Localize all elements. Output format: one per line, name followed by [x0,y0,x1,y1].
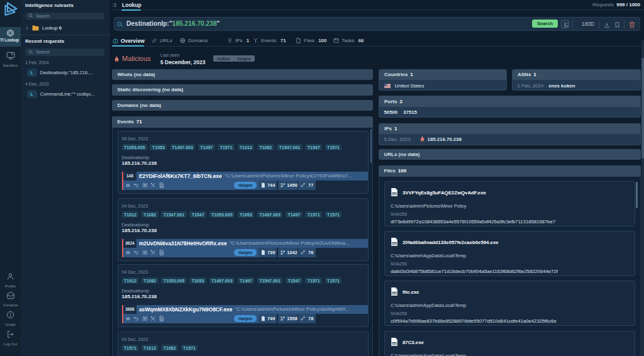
svg-text:EXE: EXE [392,192,397,195]
svg-text:EXE: EXE [392,342,397,345]
svg-text:EXE: EXE [392,292,397,294]
svg-text:EXE: EXE [392,242,397,245]
